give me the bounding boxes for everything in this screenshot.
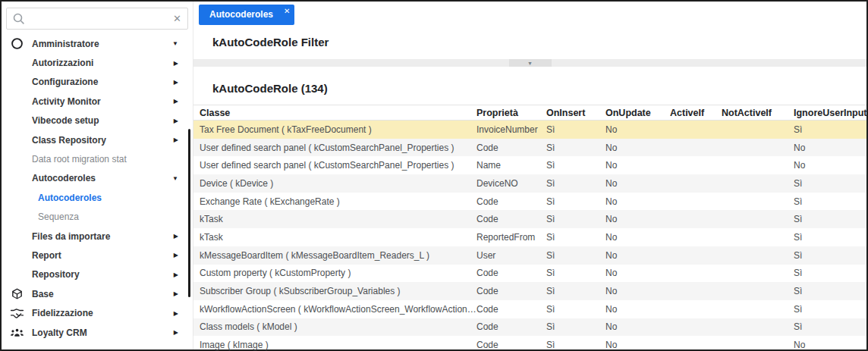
search-icon (13, 13, 25, 25)
sidebar-item-label: Files da importare (32, 231, 110, 242)
tab-bar: Autocoderoles ✕ (193, 2, 866, 26)
sidebar-item-label: Repository (32, 269, 80, 280)
table-row[interactable]: kTask ReportedFrom Sì No Sì (193, 228, 866, 246)
handshake-icon (9, 306, 24, 320)
chevron-right-icon: ▶ (174, 98, 178, 105)
sidebar-item-report[interactable]: Report ▶ (2, 246, 193, 265)
sidebar-item-class-repository[interactable]: Class Repository ▶ (2, 130, 193, 149)
table-row[interactable]: User defined search panel ( kCustomSearc… (193, 139, 866, 157)
chevron-right-icon: ▶ (174, 329, 178, 336)
column-header-notactiveif[interactable]: NotActiveIf (722, 108, 794, 118)
cell-oninsert: Sì (546, 340, 605, 350)
cell-oninsert: Sì (546, 304, 605, 315)
cell-ignoreuserinput: Sì (794, 178, 866, 189)
list-section-title: kAutoCodeRole (134) (212, 82, 866, 95)
sidebar-item-sequenza[interactable]: Sequenza (2, 208, 193, 227)
cell-ignoreuserinput: Sì (794, 321, 866, 332)
cell-ignoreuserinput: Sì (794, 196, 866, 207)
table-row[interactable]: User defined search panel ( kCustomSearc… (193, 156, 866, 174)
cell-oninsert: Sì (546, 286, 605, 296)
cell-classe: kMessageBoardItem ( kMessageBoardItem_Re… (193, 250, 476, 261)
tab-label: Autocoderoles (209, 9, 273, 20)
cell-classe: Class models ( kModel ) (193, 321, 476, 332)
sidebar-search: ✕ (6, 8, 188, 30)
sidebar-item-fidelizzazione[interactable]: Fidelizzazione ▶ (2, 303, 193, 322)
cell-oninsert: Sì (546, 268, 605, 278)
sidebar-item-configurazione[interactable]: Configurazione ▶ (2, 73, 193, 92)
table-row[interactable]: Custom property ( kCustomProperty ) Code… (193, 265, 866, 283)
search-input[interactable] (31, 14, 173, 24)
cube-icon (9, 287, 24, 301)
chevron-right-icon: ▶ (174, 290, 178, 297)
table-row[interactable]: Subscriber Group ( kSubscriberGroup_Vari… (193, 282, 866, 300)
cell-proprieta: InvoiceNumber (476, 124, 546, 135)
chevron-right-icon: ▶ (174, 60, 178, 67)
chevron-right-icon: ▶ (174, 310, 178, 317)
cell-oninsert: Sì (546, 196, 605, 207)
table-row[interactable]: kTask Code Sì No Sì (193, 210, 866, 228)
table-row[interactable]: Tax Free Document ( kTaxFreeDocument ) I… (193, 121, 866, 139)
column-header-classe[interactable]: Classe (193, 108, 476, 118)
sidebar-item-activity-monitor[interactable]: Activity Monitor ▶ (2, 92, 193, 111)
sidebar-item-autocoderoles[interactable]: Autocoderoles (2, 188, 193, 207)
cell-oninsert: Sì (546, 143, 605, 153)
sidebar-nav: Amministratore ▼ Autorizzazioni ▶ Config… (2, 34, 193, 342)
app-window: ✕ Amministratore ▼ Autorizzazioni ▶ Conf… (0, 0, 868, 351)
cell-ignoreuserinput: Sì (794, 214, 866, 224)
cell-classe: kTask (193, 214, 476, 224)
table-row[interactable]: kWorkflowActionScreen ( kWorkflowActionS… (193, 300, 866, 318)
cell-ignoreuserinput: No (794, 340, 866, 350)
sidebar-item-label: Activity Monitor (32, 96, 101, 107)
column-header-proprieta[interactable]: Proprietà (476, 108, 546, 118)
autocoderole-table: Classe Proprietà OnInsert OnUpdate Activ… (193, 105, 866, 351)
sidebar-item-label: Data root migration stat (32, 154, 127, 165)
cell-oninsert: Sì (546, 232, 605, 243)
cell-classe: User defined search panel ( kCustomSearc… (193, 143, 476, 153)
filter-collapse-bar: ▼ (193, 59, 866, 67)
sidebar-item-autorizzazioni[interactable]: Autorizzazioni ▶ (2, 53, 193, 72)
sidebar-item-files-da-importare[interactable]: Files da importare ▶ (2, 227, 193, 246)
table-row[interactable]: Class models ( kModel ) Code Sì No Sì (193, 318, 866, 337)
chevron-right-icon: ▶ (174, 136, 178, 143)
column-header-oninsert[interactable]: OnInsert (546, 108, 605, 118)
cell-classe: Tax Free Document ( kTaxFreeDocument ) (193, 124, 476, 135)
filter-section-title: kAutoCodeRole Filter (212, 36, 866, 49)
sidebar-item-label: Report (32, 250, 61, 261)
cell-ignoreuserinput: No (794, 160, 866, 171)
cell-oninsert: Sì (546, 178, 605, 189)
cell-proprieta: Code (476, 321, 546, 332)
collapse-toggle-button[interactable]: ▼ (509, 59, 552, 67)
cell-onupdate: No (605, 232, 670, 243)
table-row[interactable]: kMessageBoardItem ( kMessageBoardItem_Re… (193, 246, 866, 265)
sidebar-item-base[interactable]: Base ▶ (2, 284, 193, 303)
table-row[interactable]: Exchange Rate ( kExchangeRate ) Code Sì … (193, 193, 866, 211)
cell-proprieta: User (476, 250, 546, 261)
sidebar-item-data-root-migration-stat[interactable]: Data root migration stat (2, 149, 193, 168)
sidebar-item-label: Base (32, 289, 54, 299)
cell-ignoreuserinput: Sì (794, 250, 866, 261)
cell-oninsert: Sì (546, 214, 605, 224)
sidebar-item-loyalty-crm[interactable]: Loyalty CRM ▶ (2, 323, 193, 342)
column-header-ignoreuserinput[interactable]: IgnoreUserInput (794, 108, 866, 118)
cell-proprieta: Code (476, 196, 546, 207)
cell-ignoreuserinput: Sì (794, 124, 866, 135)
clear-search-icon[interactable]: ✕ (173, 14, 181, 24)
sidebar-item-repository[interactable]: Repository ▶ (2, 265, 193, 284)
cell-onupdate: No (605, 124, 670, 135)
tab-autocoderoles[interactable]: Autocoderoles ✕ (199, 5, 294, 25)
close-icon[interactable]: ✕ (284, 7, 290, 15)
cell-ignoreuserinput: Sì (794, 268, 866, 278)
cell-classe: Subscriber Group ( kSubscriberGroup_Vari… (193, 286, 476, 296)
column-header-onupdate[interactable]: OnUpdate (605, 108, 670, 118)
cell-proprieta: Name (476, 160, 546, 171)
sidebar-item-amministratore[interactable]: Amministratore ▼ (2, 34, 193, 53)
cell-ignoreuserinput: Sì (794, 304, 866, 315)
cell-proprieta: Code (476, 268, 546, 278)
table-row[interactable]: Device ( kDevice ) DeviceNO Sì No Sì (193, 174, 866, 193)
table-row[interactable]: Image ( kImage ) Code Sì No No (193, 336, 866, 351)
sidebar-item-label: Sequenza (38, 212, 79, 222)
sidebar-item-vibecode-setup[interactable]: Vibecode setup ▶ (2, 111, 193, 130)
sidebar-scrollbar-thumb[interactable] (188, 129, 190, 297)
sidebar-item-autocoderoles-group[interactable]: Autocoderoles ▼ (2, 169, 193, 188)
column-header-activeif[interactable]: ActiveIf (670, 108, 722, 118)
